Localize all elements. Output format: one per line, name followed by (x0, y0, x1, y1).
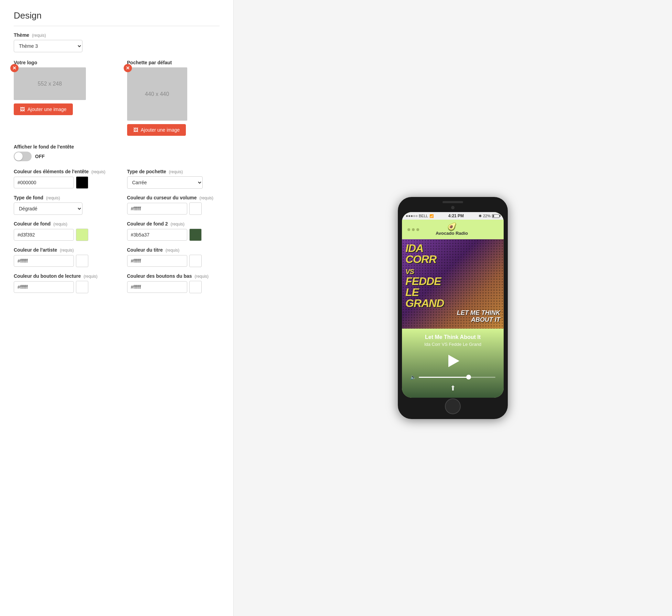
volume-color-label: Couleur du curseur du volume (requis) (127, 195, 220, 200)
theme-label: Thème (requis) (14, 32, 220, 38)
phone-speaker (443, 201, 463, 203)
battery-percent: 22% (483, 214, 491, 218)
theme-section: Thème (requis) Thème 1 Thème 2 Thème 3 T… (14, 32, 220, 52)
album-art-subtitle-text: LET ME THINKABOUT IT (457, 310, 500, 323)
bg-color2-input[interactable] (127, 229, 187, 241)
phone-preview-panel: BELL 📶 4:21 PM ✱ 22% (234, 0, 672, 616)
bg-type-label: Type de fond (requis) (14, 195, 107, 200)
header-color-col: Couleur des éléments de l'entête (requis… (14, 169, 107, 189)
volume-color-input[interactable] (127, 203, 187, 214)
cover-add-image-button[interactable]: 🖼 Ajouter une image (127, 124, 186, 136)
header-color-cover-type-row: Couleur des éléments de l'entête (requis… (14, 169, 220, 189)
nav-dots (407, 228, 419, 231)
bg-type-select[interactable]: Dégradé Uni Image (14, 202, 82, 215)
title-color-col: Couleur du titre (requis) (127, 247, 220, 267)
cover-label: Pochette par défaut (127, 60, 220, 65)
album-art-title-text: IDACORRvsFEDDELEGRAND (405, 243, 500, 309)
battery-icon (492, 214, 500, 218)
play-btn-color-input-row (14, 281, 107, 293)
cover-type-label: Type de pochette (requis) (127, 169, 220, 174)
wifi-icon: 📶 (429, 214, 434, 218)
phone-home-bar (402, 398, 504, 415)
artist-color-col: Couleur de l'artiste (requis) (14, 247, 107, 267)
artist-color-input[interactable] (14, 255, 74, 267)
bg-color-label: Couleur de fond (requis) (14, 221, 107, 227)
nav-dot-2 (412, 228, 415, 231)
cover-remove-button[interactable]: ✕ (124, 64, 132, 72)
signal-dot-1 (406, 215, 408, 217)
player-artist: Ida Corr VS Fedde Le Grand (407, 342, 498, 347)
home-button[interactable] (445, 398, 461, 414)
status-right: ✱ 22% (479, 214, 500, 218)
volume-color-input-row (127, 202, 220, 215)
carrier-name: BELL (419, 214, 428, 218)
app-title: 🥑 Avocado Radio (436, 223, 468, 236)
status-left: BELL 📶 (406, 214, 434, 218)
album-art-image: IDACORRvsFEDDELEGRAND LET ME THINKABOUT … (402, 239, 504, 329)
toggle-container: OFF (14, 152, 220, 161)
signal-dot-4 (413, 215, 415, 217)
show-header-label: Afficher le fond de l'entête (14, 144, 220, 150)
header-color-input[interactable] (14, 177, 74, 188)
avocado-icon: 🥑 (447, 223, 457, 231)
phone-camera (451, 206, 455, 209)
bg-type-volume-color-row: Type de fond (requis) Dégradé Uni Image … (14, 195, 220, 215)
cover-upload-area: ✕ 440 x 440 (127, 67, 187, 121)
play-triangle-icon (448, 355, 459, 367)
phone-status-bar: BELL 📶 4:21 PM ✱ 22% (402, 212, 504, 220)
bg-color-input[interactable] (14, 229, 74, 241)
logo-add-image-button[interactable]: 🖼 Ajouter une image (14, 103, 73, 115)
volume-color-swatch[interactable] (189, 202, 202, 215)
bottom-btns-color-swatch[interactable] (189, 281, 202, 293)
phone-mockup: BELL 📶 4:21 PM ✱ 22% (398, 197, 508, 419)
cover-type-col: Type de pochette (requis) Carrée Ronde A… (127, 169, 220, 189)
bluetooth-icon: ✱ (479, 214, 482, 218)
logo-col: Votre logo ✕ 552 x 248 🖼 Ajouter une ima… (14, 60, 107, 115)
cover-type-select[interactable]: Carrée Ronde Arrondie (127, 176, 203, 189)
nav-dot-1 (407, 228, 410, 231)
phone-app-header: 🥑 Avocado Radio (402, 220, 504, 239)
logo-remove-button[interactable]: ✕ (10, 64, 19, 72)
bg-color2-input-row (127, 229, 220, 241)
play-btn-color-swatch[interactable] (76, 281, 88, 293)
phone-screen: BELL 📶 4:21 PM ✱ 22% (402, 212, 504, 398)
image-icon: 🖼 (20, 107, 25, 112)
play-btn-color-col: Couleur du bouton de lecture (requis) (14, 273, 107, 293)
toggle-state-label: OFF (35, 154, 45, 159)
title-color-input-row (127, 255, 220, 267)
nav-dot-3 (416, 228, 419, 231)
player-song-title: Let Me Think About It (407, 334, 498, 340)
artist-color-swatch[interactable] (76, 255, 88, 267)
volume-slider[interactable] (419, 377, 495, 378)
share-button[interactable]: ⬆ (407, 384, 498, 392)
album-art-container: IDACORRvsFEDDELEGRAND LET ME THINKABOUT … (402, 239, 504, 329)
signal-dots (406, 215, 417, 217)
bg-color-swatch[interactable] (76, 229, 88, 241)
play-button[interactable] (444, 352, 461, 370)
title-color-swatch[interactable] (189, 255, 202, 267)
bg-color2-label: Couleur de fond 2 (requis) (127, 221, 220, 227)
title-color-label: Couleur du titre (requis) (127, 247, 220, 253)
logo-placeholder: 552 x 248 (14, 67, 86, 100)
signal-dot-2 (408, 215, 410, 217)
volume-thumb (466, 375, 471, 380)
logo-label: Votre logo (14, 60, 107, 65)
bg-color-col: Couleur de fond (requis) (14, 221, 107, 241)
header-color-input-row (14, 176, 107, 189)
bottom-btns-color-input[interactable] (127, 281, 187, 293)
header-color-swatch[interactable] (76, 176, 88, 189)
play-btn-color-input[interactable] (14, 281, 74, 293)
bg-color2-swatch[interactable] (189, 229, 202, 241)
page-title: Design (14, 10, 220, 26)
theme-select[interactable]: Thème 1 Thème 2 Thème 3 Thème 4 (14, 40, 82, 52)
header-toggle[interactable] (14, 152, 32, 161)
logo-upload-area: ✕ 552 x 248 (14, 67, 86, 100)
volume-fill (419, 377, 469, 378)
artist-title-color-row: Couleur de l'artiste (requis) Couleur du… (14, 247, 220, 267)
volume-color-col: Couleur du curseur du volume (requis) (127, 195, 220, 215)
signal-dot-3 (411, 215, 413, 217)
image-icon-2: 🖼 (133, 127, 138, 133)
title-color-input[interactable] (127, 255, 187, 267)
bg-type-col: Type de fond (requis) Dégradé Uni Image (14, 195, 107, 215)
bg-color-input-row (14, 229, 107, 241)
